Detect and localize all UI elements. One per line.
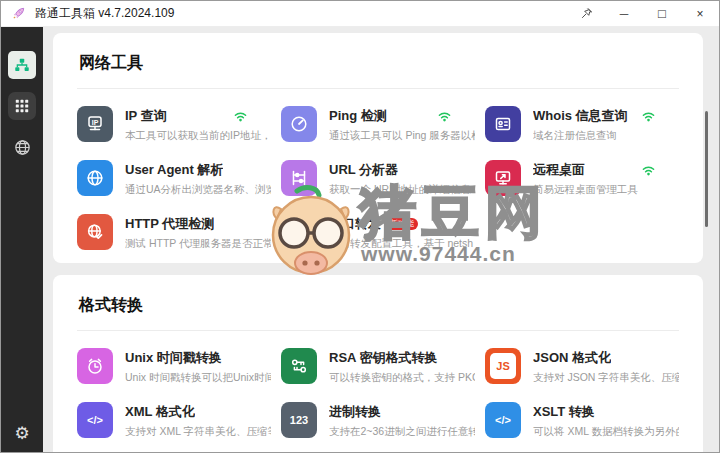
tool-desc: 通过UA分析出浏览器名称、浏览器 xyxy=(125,183,271,197)
tool-title: Ping 检测 xyxy=(329,107,387,125)
wifi-icon xyxy=(642,111,655,122)
tool-card[interactable]: JSJSON 格式化支持对 JSON 字符串美化、压缩、转 xyxy=(485,348,679,385)
tool-title: URL 分析器 xyxy=(329,161,398,179)
tool-card[interactable]: URL 分析器获取一个 URL 地址的详细信息 xyxy=(281,160,475,197)
rocket-app-icon xyxy=(11,6,27,22)
clock-icon xyxy=(77,348,113,384)
sidebar-item-category-tools[interactable] xyxy=(8,51,36,79)
sections: 网络工具 IPIP 查询本工具可以获取当前的IP地址，输入Ping 检测通过该工… xyxy=(53,33,703,452)
tool-title: XSLT 转换 xyxy=(533,403,595,421)
title-bar: 路通工具箱 v4.7.2024.109 ─ □ × xyxy=(1,1,719,27)
settings-gear-icon[interactable]: ⚙ xyxy=(14,425,29,442)
code-icon: </> xyxy=(77,402,113,438)
tool-desc: 测试 HTTP 代理服务器是否正常工 xyxy=(125,237,271,251)
tool-title: JSON 格式化 xyxy=(533,349,611,367)
tool-card[interactable]: </>XSLT 转换可以将 XML 数据档转换为另外的 X xyxy=(485,402,679,439)
tool-card[interactable]: </>XML 格式化支持对 XML 字符串美化、压缩等功 xyxy=(77,402,271,439)
maximize-button[interactable]: □ xyxy=(643,1,681,27)
tool-title: HTTP 代理检测 xyxy=(125,215,214,233)
tool-grid: IPIP 查询本工具可以获取当前的IP地址，输入Ping 检测通过该工具可以 P… xyxy=(77,89,679,251)
tool-desc: 可以将 XML 数据档转换为另外的 X xyxy=(533,425,679,439)
tool-desc: 获取一个 URL 地址的详细信息 xyxy=(329,183,475,197)
tool-desc: 简易远程桌面管理工具 xyxy=(533,183,679,197)
tool-title: XML 格式化 xyxy=(125,403,195,421)
wifi-online-icon xyxy=(234,111,247,122)
tool-card[interactable]: HTTP 代理检测测试 HTTP 代理服务器是否正常工 xyxy=(77,214,271,251)
gauge-icon xyxy=(281,106,317,142)
code-icon: </> xyxy=(485,402,521,438)
tool-card[interactable]: Whois 信息查询域名注册信息查询 xyxy=(485,106,679,143)
tool-title: IP 查询 xyxy=(125,107,167,125)
num123-icon: 123 xyxy=(281,402,317,438)
tool-desc: 端口转发配置工具，基于 netsh xyxy=(329,237,475,251)
ip-icon: IP xyxy=(77,106,113,142)
tool-desc: 支持在2~36进制之间进行任意转换. xyxy=(329,425,475,439)
tool-title: 远程桌面 xyxy=(533,161,585,179)
idcard-icon xyxy=(485,106,521,142)
minimize-button[interactable]: ─ xyxy=(605,1,643,27)
tool-title: Whois 信息查询 xyxy=(533,107,628,125)
monitor-icon xyxy=(485,160,521,196)
section-panel: 网络工具 IPIP 查询本工具可以获取当前的IP地址，输入Ping 检测通过该工… xyxy=(53,33,703,263)
tool-card[interactable]: 远程桌面简易远程桌面管理工具 xyxy=(485,160,679,197)
section-title: 格式转换 xyxy=(77,291,679,331)
wifi-icon xyxy=(642,165,655,176)
tool-title: User Agent 解析 xyxy=(125,161,223,179)
tool-title: 端口转发 xyxy=(329,215,381,233)
wifi-icon xyxy=(438,111,451,122)
sidebar: ⚙ xyxy=(1,27,43,452)
tool-desc: 支持对 JSON 字符串美化、压缩、转 xyxy=(533,371,679,385)
pin-icon xyxy=(580,7,593,20)
tool-grid: Unix 时间戳转换Unix 时间戳转换可以把Unix时间转RSA 密钥格式转换… xyxy=(77,331,679,452)
close-button[interactable]: × xyxy=(681,1,719,27)
grid-icon xyxy=(14,98,30,114)
app-window: 路通工具箱 v4.7.2024.109 ─ □ × ⚙ 网络工具 IPIP 查询… xyxy=(0,0,720,453)
js-boxed-icon: JS xyxy=(485,348,521,384)
tool-title: Unix 时间戳转换 xyxy=(125,349,222,367)
keys-icon xyxy=(281,348,317,384)
tool-title: 进制转换 xyxy=(329,403,381,421)
tool-desc: 支持对 XML 字符串美化、压缩等功 xyxy=(125,425,271,439)
tool-card[interactable]: Ping 检测通过该工具可以 Ping 服务器以检测 xyxy=(281,106,475,143)
section-panel: 格式转换 Unix 时间戳转换Unix 时间戳转换可以把Unix时间转RSA 密… xyxy=(53,275,703,452)
sidebar-item-web-tools[interactable] xyxy=(8,133,36,161)
window-title: 路通工具箱 v4.7.2024.109 xyxy=(35,5,174,22)
globe-icon xyxy=(77,160,113,196)
vertical-scrollbar-thumb[interactable] xyxy=(705,111,708,227)
svg-text:IP: IP xyxy=(92,119,99,126)
tool-card[interactable]: RSA 密钥格式转换可以转换密钥的格式，支持 PKCS xyxy=(281,348,475,385)
wifi-icon xyxy=(234,111,247,122)
tool-card[interactable]: User Agent 解析通过UA分析出浏览器名称、浏览器 xyxy=(77,160,271,197)
tool-desc: 本工具可以获取当前的IP地址，输入 xyxy=(125,129,271,143)
abacus-icon xyxy=(281,160,317,196)
tool-title: RSA 密钥格式转换 xyxy=(329,349,438,367)
wifi-online-icon xyxy=(642,111,655,122)
tool-card[interactable]: IPIP 查询本工具可以获取当前的IP地址，输入 xyxy=(77,106,271,143)
wifi-online-icon xyxy=(438,111,451,122)
forward-icon xyxy=(281,214,317,250)
sidebar-item-all-apps[interactable] xyxy=(8,92,36,120)
tool-card[interactable]: 123进制转换支持在2~36进制之间进行任意转换. xyxy=(281,402,475,439)
tool-desc: 域名注册信息查询 xyxy=(533,129,679,143)
main-content: 网络工具 IPIP 查询本工具可以获取当前的IP地址，输入Ping 检测通过该工… xyxy=(43,27,719,452)
section-title: 网络工具 xyxy=(77,49,679,89)
tool-card[interactable]: 端口转发新功能端口转发配置工具，基于 netsh xyxy=(281,214,475,251)
tool-desc: 通过该工具可以 Ping 服务器以检测 xyxy=(329,129,475,143)
globecheck-icon xyxy=(77,214,113,250)
globe-icon xyxy=(13,138,32,157)
wifi-online-icon xyxy=(642,165,655,176)
tool-card[interactable]: Unix 时间戳转换Unix 时间戳转换可以把Unix时间转 xyxy=(77,348,271,385)
new-feature-badge: 新功能 xyxy=(386,218,418,230)
pin-button[interactable] xyxy=(567,1,605,27)
sitemap-icon xyxy=(13,56,31,74)
tool-desc: 可以转换密钥的格式，支持 PKCS xyxy=(329,371,475,385)
tool-desc: Unix 时间戳转换可以把Unix时间转 xyxy=(125,371,271,385)
